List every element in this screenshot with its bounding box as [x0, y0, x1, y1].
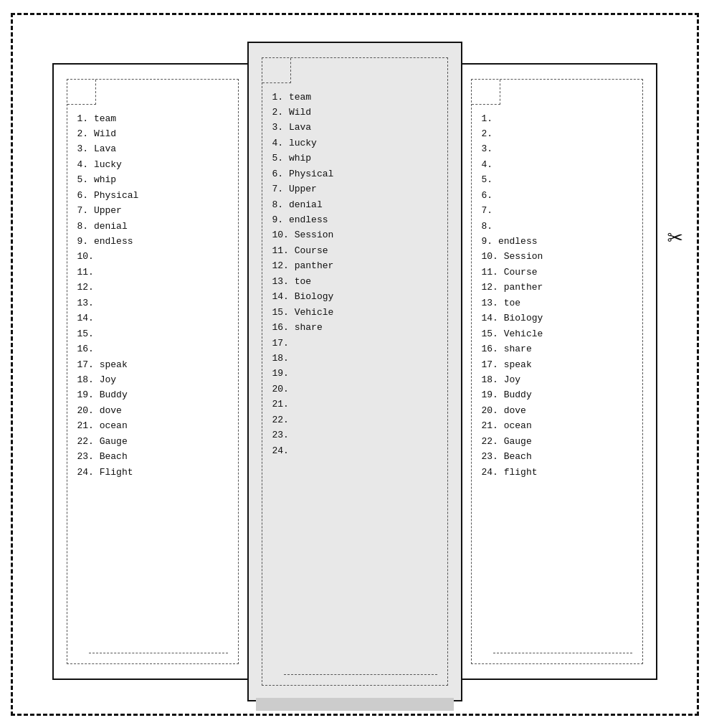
- left-list: 1. team 2. Wild 3. Lava 4. lucky 5. whip…: [77, 111, 228, 481]
- list-item: 20. dove: [77, 403, 228, 418]
- list-item: 8. denial: [272, 197, 437, 212]
- list-item: 18.: [272, 351, 437, 366]
- panel-left-inner: 1. team 2. Wild 3. Lava 4. lucky 5. whip…: [67, 79, 239, 664]
- list-item: 18. Joy: [482, 372, 632, 387]
- list-item: 18. Joy: [77, 372, 228, 387]
- list-item: 2. Wild: [272, 105, 437, 120]
- list-item: 15. Vehicle: [482, 326, 632, 341]
- list-item: 19.: [272, 366, 437, 381]
- list-item: 19. Buddy: [77, 387, 228, 402]
- list-item: 13. toe: [272, 274, 437, 289]
- list-item: 11.: [77, 265, 228, 280]
- list-item: 1. team: [272, 90, 437, 105]
- list-item: 24. Flight: [77, 465, 228, 480]
- center-list: 1. team 2. Wild 3. Lava 4. lucky 5. whip…: [272, 90, 437, 459]
- list-item: 16.: [77, 341, 228, 356]
- list-item: 5. whip: [77, 172, 228, 187]
- list-item: 11. Course: [272, 243, 437, 258]
- list-item: 7. Upper: [77, 203, 228, 218]
- list-item: 21.: [272, 397, 437, 412]
- list-item: 8. denial: [77, 219, 228, 234]
- bottom-dash-right: [493, 653, 632, 653]
- list-item: 22. Gauge: [482, 434, 632, 449]
- list-item: 5.: [482, 172, 632, 187]
- list-item: 3. Lava: [77, 141, 228, 156]
- list-item: 20.: [272, 382, 437, 397]
- list-item: 2. Wild: [77, 126, 228, 141]
- list-item: 17. speak: [77, 357, 228, 372]
- fold-corner-left: [67, 80, 96, 105]
- list-item: 23. Beach: [77, 449, 228, 464]
- panel-center: 1. team 2. Wild 3. Lava 4. lucky 5. whip…: [247, 42, 462, 701]
- list-item: 21. ocean: [482, 418, 632, 433]
- bottom-dash-left: [89, 653, 228, 653]
- list-item: 2.: [482, 126, 632, 141]
- list-item: 1. team: [77, 111, 228, 126]
- list-item: 23. Beach: [482, 449, 632, 464]
- list-item: 1.: [482, 111, 632, 126]
- list-item: 12. panther: [482, 280, 632, 295]
- list-item: 9. endless: [482, 234, 632, 249]
- list-item: 7. Upper: [272, 181, 437, 197]
- scissors-icon: ✂: [667, 222, 683, 254]
- list-item: 5. whip: [272, 151, 437, 166]
- list-item: 9. endless: [77, 234, 228, 249]
- list-item: 16. share: [272, 320, 437, 335]
- list-item: 17.: [272, 336, 437, 351]
- list-item: 9. endless: [272, 212, 437, 227]
- bottom-dash-center: [284, 674, 437, 675]
- list-item: 20. dove: [482, 403, 632, 418]
- list-item: 21. ocean: [77, 418, 228, 433]
- panel-right-inner: 1. 2. 3. 4. 5. 6. 7. 8. 9. endless 10. S…: [471, 79, 643, 664]
- list-item: 10.: [77, 249, 228, 264]
- list-item: 3. Lava: [272, 120, 437, 135]
- list-item: 19. Buddy: [482, 387, 632, 402]
- list-item: 14. Biology: [482, 311, 632, 326]
- list-item: 24. flight: [482, 465, 632, 480]
- list-item: 15.: [77, 326, 228, 341]
- list-item: 15. Vehicle: [272, 305, 437, 320]
- list-item: 10. Session: [482, 249, 632, 264]
- list-item: 3.: [482, 141, 632, 156]
- fold-corner-center: [262, 58, 291, 83]
- panels-container: 1. team 2. Wild 3. Lava 4. lucky 5. whip…: [25, 42, 685, 687]
- list-item: 24.: [272, 443, 437, 458]
- list-item: 13.: [77, 296, 228, 311]
- list-item: 4.: [482, 157, 632, 172]
- list-item: 6.: [482, 188, 632, 203]
- list-item: 8.: [482, 219, 632, 234]
- list-item: 4. lucky: [77, 157, 228, 172]
- list-item: 22. Gauge: [77, 434, 228, 449]
- list-item: 6. Physical: [77, 188, 228, 203]
- outer-border: 1. team 2. Wild 3. Lava 4. lucky 5. whip…: [11, 13, 699, 716]
- list-item: 12.: [77, 280, 228, 295]
- list-item: 14.: [77, 311, 228, 326]
- list-item: 22.: [272, 412, 437, 427]
- list-item: 14. Biology: [272, 289, 437, 304]
- list-item: 13. toe: [482, 296, 632, 311]
- panel-center-inner: 1. team 2. Wild 3. Lava 4. lucky 5. whip…: [262, 57, 448, 686]
- panel-left: 1. team 2. Wild 3. Lava 4. lucky 5. whip…: [52, 63, 253, 680]
- fold-corner-right: [472, 80, 500, 105]
- list-item: 23.: [272, 427, 437, 443]
- list-item: 4. lucky: [272, 136, 437, 151]
- right-list: 1. 2. 3. 4. 5. 6. 7. 8. 9. endless 10. S…: [482, 111, 632, 481]
- list-item: 17. speak: [482, 357, 632, 372]
- list-item: 16. share: [482, 341, 632, 356]
- list-item: 11. Course: [482, 265, 632, 280]
- list-item: 7.: [482, 203, 632, 218]
- panel-right: 1. 2. 3. 4. 5. 6. 7. 8. 9. endless 10. S…: [457, 63, 657, 680]
- list-item: 10. Session: [272, 227, 437, 242]
- list-item: 12. panther: [272, 258, 437, 273]
- list-item: 6. Physical: [272, 166, 437, 181]
